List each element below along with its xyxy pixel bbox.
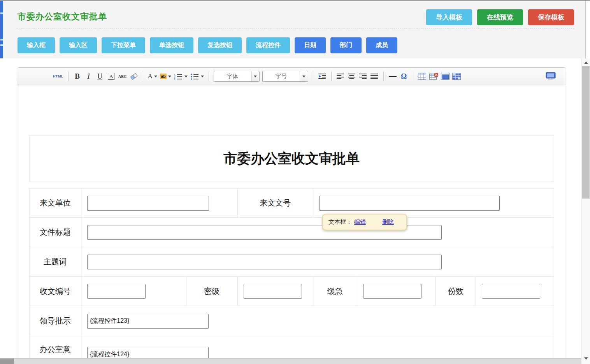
remove-format-eraser-icon[interactable]	[130, 70, 138, 82]
widget-flow-control-button[interactable]: 流程控件	[246, 37, 290, 53]
toolbar-separator	[383, 71, 384, 81]
cell-subject-words	[81, 247, 554, 277]
form-title: 市委办公室收文审批单	[223, 149, 360, 168]
table-row: 文件标题	[29, 218, 554, 247]
left-edge-decoration	[0, 44, 3, 46]
editor-canvas[interactable]: 市委办公室收文审批单 来文单位 来文文号	[17, 85, 566, 364]
vertical-scrollbar-thumb[interactable]	[582, 66, 590, 199]
header-actions: 导入模板 在线预览 保存模板	[426, 9, 574, 25]
cell-properties-icon[interactable]	[452, 70, 461, 82]
widget-department-button[interactable]: 部门	[330, 37, 362, 53]
leader-comments-flow-input[interactable]	[87, 314, 209, 329]
underline-icon[interactable]: U	[96, 70, 104, 82]
widget-toolbar: 输入框 输入区 下拉菜单 单选按钮 复选按钮 流程控件 日期 部门 成员	[18, 37, 397, 53]
incoming-unit-input[interactable]	[87, 196, 209, 211]
cell-incoming-unit	[81, 189, 237, 218]
font-color-icon[interactable]: A	[148, 70, 157, 82]
font-family-select[interactable]: 字体	[214, 71, 260, 82]
align-right-icon[interactable]	[359, 70, 367, 82]
cell-urgency	[357, 277, 435, 306]
save-template-button[interactable]: 保存模板	[528, 9, 574, 25]
align-left-icon[interactable]	[336, 70, 345, 82]
align-center-icon[interactable]	[348, 70, 356, 82]
toolbar-separator	[313, 71, 313, 81]
delete-table-icon[interactable]	[429, 70, 438, 82]
unordered-list-icon[interactable]	[190, 70, 204, 82]
toolbar-separator	[209, 71, 209, 81]
widget-radio-button[interactable]: 单选按钮	[150, 37, 193, 53]
ordered-list-icon[interactable]: 1 2 3	[174, 70, 188, 82]
textbox-edit-tooltip: 文本框： 编辑 删除	[322, 214, 407, 230]
chevron-down-icon	[201, 76, 204, 77]
highlight-color-icon[interactable]: ab	[160, 70, 171, 82]
label-urgency: 缓急	[313, 277, 357, 306]
widget-member-button[interactable]: 成员	[366, 37, 397, 53]
label-copies: 份数	[436, 277, 476, 306]
align-justify-icon[interactable]	[370, 70, 379, 82]
cell-secrecy-level	[237, 277, 313, 306]
label-doc-number: 来文文号	[237, 189, 313, 218]
toolbar-separator	[143, 71, 143, 81]
fullscreen-icon[interactable]	[546, 70, 556, 82]
label-incoming-unit: 来文单位	[29, 189, 81, 218]
indent-icon[interactable]	[318, 70, 327, 82]
left-edge-decoration	[0, 12, 3, 14]
table-row: 领导批示	[29, 306, 554, 336]
label-subject-words: 主题词	[29, 247, 81, 277]
header-divider	[17, 28, 574, 28]
font-format-icon[interactable]: A	[108, 73, 114, 80]
receipt-number-input[interactable]	[87, 284, 146, 299]
online-preview-button[interactable]: 在线预览	[477, 9, 523, 25]
vertical-scrollbar[interactable]	[581, 58, 590, 364]
insert-table-icon[interactable]	[418, 70, 427, 82]
cell-copies	[476, 277, 554, 306]
toolbar-separator	[413, 71, 413, 81]
chevron-down-icon[interactable]	[251, 71, 260, 82]
table-properties-icon[interactable]	[441, 70, 450, 82]
left-edge-panel	[0, 1, 3, 58]
widget-date-button[interactable]: 日期	[295, 37, 326, 53]
font-size-select[interactable]: 字号	[262, 71, 308, 82]
chevron-down-icon	[168, 76, 171, 77]
widget-dropdown-button[interactable]: 下拉菜单	[102, 37, 145, 53]
edit-link[interactable]: 编辑	[354, 218, 366, 226]
chevron-down-icon[interactable]	[300, 71, 308, 82]
html-source-icon[interactable]: HTML	[53, 70, 63, 82]
label-doc-title: 文件标题	[29, 218, 81, 247]
bold-icon[interactable]: B	[73, 70, 82, 82]
horizontal-rule-icon[interactable]	[388, 70, 397, 82]
cell-doc-title	[81, 218, 554, 247]
widget-input-box-button[interactable]: 输入框	[18, 37, 55, 53]
scroll-down-arrow[interactable]	[581, 355, 590, 362]
strikethrough-icon[interactable]: ABC	[118, 70, 127, 82]
form-table: 来文单位 来文文号 文件标题 主题词	[29, 188, 554, 364]
doc-number-input[interactable]	[319, 196, 500, 211]
horizontal-scrollbar[interactable]	[0, 358, 581, 364]
tooltip-label: 文本框：	[328, 218, 352, 226]
copies-input[interactable]	[482, 284, 540, 299]
urgency-input[interactable]	[363, 284, 421, 299]
editor-toolbar: HTML B I U A ABC A ab	[17, 68, 566, 85]
special-character-icon[interactable]: Ω	[400, 70, 408, 82]
widget-textarea-button[interactable]: 输入区	[60, 37, 97, 53]
form-title-cell: 市委办公室收文审批单	[29, 135, 554, 181]
cell-doc-number	[313, 189, 554, 218]
horizontal-scrollbar-thumb[interactable]	[0, 359, 14, 364]
page-title: 市委办公室收文审批单	[18, 11, 107, 23]
subject-words-input[interactable]	[87, 255, 442, 269]
italic-icon[interactable]: I	[84, 70, 93, 82]
chevron-down-icon	[154, 76, 157, 77]
svg-text:3: 3	[174, 77, 176, 80]
widget-checkbox-button[interactable]: 复选按钮	[198, 37, 242, 53]
toolbar-separator	[68, 71, 68, 81]
import-template-button[interactable]: 导入模板	[426, 9, 472, 25]
table-row: 收文编号 密级 缓急 份数	[29, 277, 554, 306]
label-leader-comments: 领导批示	[29, 306, 81, 336]
scroll-up-arrow[interactable]	[581, 59, 590, 66]
table-row: 来文单位 来文文号	[29, 189, 554, 218]
delete-link[interactable]: 删除	[382, 218, 394, 226]
secrecy-level-input[interactable]	[244, 284, 302, 299]
label-secrecy-level: 密级	[186, 277, 237, 306]
rich-text-editor: HTML B I U A ABC A ab	[17, 67, 566, 364]
header: 市委办公室收文审批单 导入模板 在线预览 保存模板 输入框 输入区 下拉菜单 单…	[3, 1, 586, 58]
